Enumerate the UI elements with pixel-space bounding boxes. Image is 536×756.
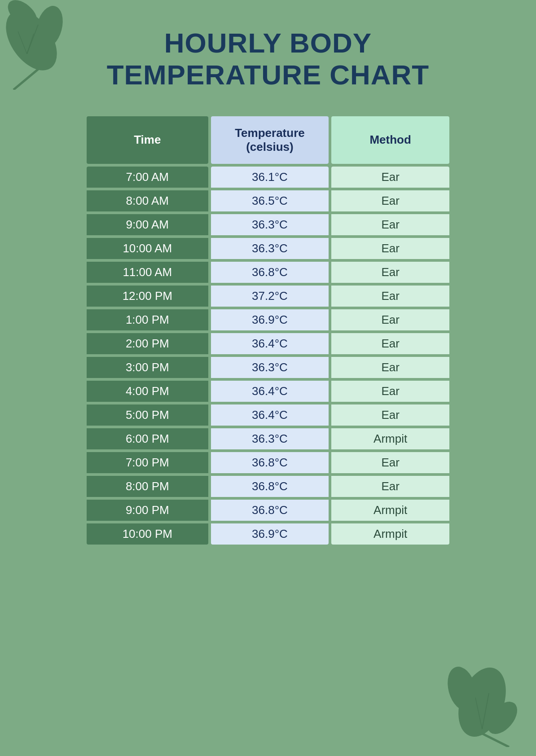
cell-temperature: 36.1°C [211,167,329,188]
leaf-top-left-decoration [0,0,81,90]
temperature-table: Time Temperature(celsius) Method 7:00 AM… [84,114,452,547]
cell-method: Ear [331,309,449,330]
cell-temperature: 37.2°C [211,286,329,307]
cell-temperature: 36.3°C [211,214,329,235]
cell-method: Ear [331,476,449,497]
cell-method: Ear [331,452,449,473]
cell-time: 6:00 PM [87,428,208,449]
table-row: 2:00 PM36.4°CEar [87,333,449,354]
cell-time: 7:00 AM [87,167,208,188]
cell-time: 8:00 AM [87,190,208,211]
cell-temperature: 36.4°C [211,381,329,402]
cell-temperature: 36.8°C [211,262,329,283]
cell-time: 9:00 PM [87,500,208,521]
cell-time: 12:00 PM [87,286,208,307]
header-method: Method [331,116,449,164]
cell-temperature: 36.4°C [211,333,329,354]
table-row: 11:00 AM36.8°CEar [87,262,449,283]
table-row: 10:00 AM36.3°CEar [87,238,449,259]
cell-method: Ear [331,381,449,402]
cell-temperature: 36.9°C [211,523,329,545]
header-time: Time [87,116,208,164]
cell-method: Ear [331,333,449,354]
cell-method: Ear [331,286,449,307]
table-header-row: Time Temperature(celsius) Method [87,116,449,164]
cell-temperature: 36.9°C [211,309,329,330]
table-row: 4:00 PM36.4°CEar [87,381,449,402]
temperature-table-container: Time Temperature(celsius) Method 7:00 AM… [84,114,452,547]
cell-time: 7:00 PM [87,452,208,473]
table-row: 7:00 PM36.8°CEar [87,452,449,473]
cell-temperature: 36.5°C [211,190,329,211]
page-title: HOURLY BODY TEMPERATURE CHART [107,27,430,91]
title-section: HOURLY BODY TEMPERATURE CHART [107,27,430,91]
cell-temperature: 36.8°C [211,500,329,521]
cell-method: Ear [331,238,449,259]
cell-time: 10:00 AM [87,238,208,259]
cell-temperature: 36.4°C [211,404,329,426]
cell-time: 2:00 PM [87,333,208,354]
table-row: 5:00 PM36.4°CEar [87,404,449,426]
cell-method: Ear [331,262,449,283]
leaf-bottom-right-decoration [437,648,527,747]
table-row: 8:00 PM36.8°CEar [87,476,449,497]
cell-method: Ear [331,167,449,188]
cell-temperature: 36.8°C [211,476,329,497]
table-row: 3:00 PM36.3°CEar [87,357,449,378]
cell-time: 1:00 PM [87,309,208,330]
cell-time: 4:00 PM [87,381,208,402]
cell-temperature: 36.8°C [211,452,329,473]
cell-temperature: 36.3°C [211,238,329,259]
cell-temperature: 36.3°C [211,357,329,378]
table-row: 9:00 PM36.8°CArmpit [87,500,449,521]
cell-time: 5:00 PM [87,404,208,426]
cell-method: Armpit [331,428,449,449]
cell-method: Ear [331,190,449,211]
svg-line-1 [13,67,40,90]
cell-temperature: 36.3°C [211,428,329,449]
cell-time: 9:00 AM [87,214,208,235]
cell-method: Armpit [331,523,449,545]
header-temperature: Temperature(celsius) [211,116,329,164]
table-row: 10:00 PM36.9°CArmpit [87,523,449,545]
cell-time: 11:00 AM [87,262,208,283]
cell-method: Ear [331,214,449,235]
cell-method: Ear [331,404,449,426]
cell-time: 8:00 PM [87,476,208,497]
table-row: 9:00 AM36.3°CEar [87,214,449,235]
table-row: 6:00 PM36.3°CArmpit [87,428,449,449]
cell-time: 10:00 PM [87,523,208,545]
table-row: 1:00 PM36.9°CEar [87,309,449,330]
cell-method: Armpit [331,500,449,521]
table-row: 8:00 AM36.5°CEar [87,190,449,211]
table-row: 12:00 PM37.2°CEar [87,286,449,307]
cell-time: 3:00 PM [87,357,208,378]
table-row: 7:00 AM36.1°CEar [87,167,449,188]
cell-method: Ear [331,357,449,378]
